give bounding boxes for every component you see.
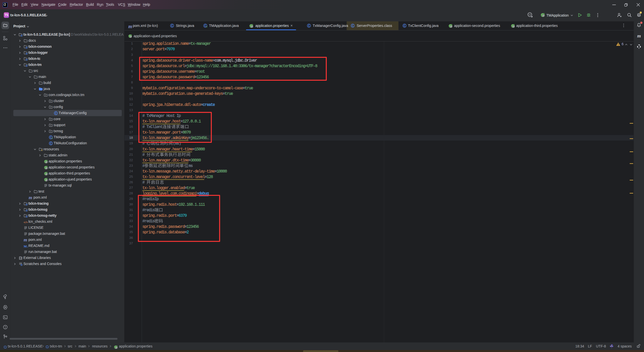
svg-text:C: C bbox=[55, 112, 57, 115]
svg-text:C: C bbox=[308, 24, 310, 27]
svg-text:C: C bbox=[50, 136, 52, 139]
svg-text:C: C bbox=[171, 24, 173, 27]
svg-text:C: C bbox=[50, 142, 52, 145]
svg-text:C: C bbox=[404, 24, 405, 27]
svg-text:C: C bbox=[204, 24, 206, 27]
svg-text:C: C bbox=[352, 24, 353, 27]
